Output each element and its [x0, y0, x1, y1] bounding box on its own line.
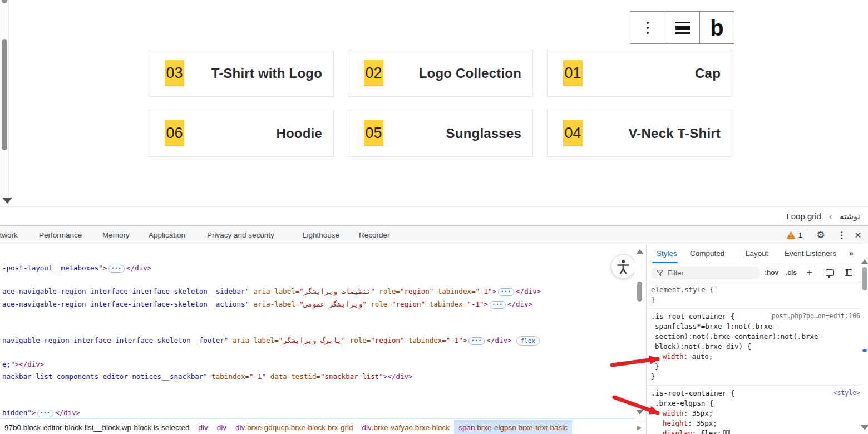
css-declaration[interactable]: width: auto; — [663, 352, 713, 361]
code-token: data-testid= — [270, 372, 320, 381]
breadcrumb-overflow-icon[interactable]: ▶ — [633, 420, 646, 434]
css-declaration[interactable]: height: 35px; — [663, 419, 717, 427]
breadcrumb-item-post[interactable]: نوشته — [840, 211, 860, 221]
flex-badge[interactable]: flex — [516, 336, 540, 346]
expand-children-icon[interactable]: ••• — [108, 265, 125, 273]
scroll-up-icon[interactable] — [636, 249, 644, 254]
css-value: flex — [701, 429, 717, 434]
breadcrumb-item[interactable]: div.brxe-gdqucp.brxe-block.brx-grid — [231, 420, 358, 434]
scroll-down-icon[interactable] — [636, 410, 644, 415]
product-card[interactable]: 06Hoodie — [149, 110, 334, 157]
kebab-menu-button[interactable] — [630, 12, 665, 43]
breadcrumb-item[interactable]: 97b0.block-editor-block-list__block.wp-b… — [0, 420, 194, 434]
devtools-tab-recorder[interactable]: Recorder — [359, 226, 390, 244]
scroll-up-icon[interactable] — [861, 259, 868, 264]
style-tag-link[interactable]: <style> — [834, 389, 860, 397]
rendering-emulation-icon[interactable] — [826, 269, 834, 276]
product-card[interactable]: 05Sunglasses — [348, 110, 533, 157]
pseudo-state-toggle[interactable]: :hov — [765, 263, 778, 282]
new-style-rule-button[interactable]: + — [807, 263, 812, 282]
style-code-line[interactable]: height: 35px; — [651, 418, 868, 428]
code-token: aria-label= — [254, 287, 300, 295]
expand-children-icon[interactable]: ••• — [37, 410, 53, 417]
more-tabs-icon[interactable]: » — [849, 244, 854, 263]
breadcrumb-item[interactable]: div — [213, 420, 231, 434]
page-scrollbar[interactable] — [0, 0, 9, 206]
crumb-token: span — [458, 423, 475, 432]
dom-tree-line[interactable]: hidden">•••</div> — [2, 408, 80, 417]
elements-scrollbar[interactable] — [634, 244, 646, 420]
scrollbar-thumb[interactable] — [637, 282, 642, 302]
code-token: > — [32, 408, 36, 417]
style-code-line[interactable]: } — [651, 372, 868, 382]
dom-tree-line[interactable]: -post-layout__metaboxes">•••</div> — [2, 264, 151, 273]
style-code-line[interactable]: span[class*=brxe-]:not(.brxe- — [651, 322, 868, 332]
issues-counter[interactable]: 1 — [786, 226, 802, 244]
dom-tree-line[interactable]: navigable-region interface-interface-ske… — [2, 336, 540, 346]
selected-row-hint — [0, 418, 635, 419]
devtools-tab-memory[interactable]: Memory — [102, 226, 130, 244]
product-card[interactable]: 03T-Shirt with Logo — [149, 50, 334, 97]
product-card[interactable]: 01Cap — [547, 50, 732, 97]
stylesheet-source-link[interactable]: post.php?po…on=edit:106 — [772, 312, 860, 320]
scrollbar-thumb[interactable] — [2, 39, 7, 150]
styles-filter-input[interactable]: Filter — [651, 267, 760, 279]
element-classes-toggle[interactable]: .cls — [786, 263, 797, 282]
devtools-tab-etwork[interactable]: etwork — [0, 226, 18, 244]
elements-dom-tree[interactable]: -post-layout__metaboxes">•••</div>ace-na… — [0, 244, 635, 420]
breadcrumb-item-loop-grid[interactable]: Loop grid — [786, 211, 821, 221]
settings-gear-icon[interactable]: ⚙ — [815, 226, 827, 244]
styles-tab-event-listeners[interactable]: Event Listeners — [785, 244, 836, 263]
breadcrumb-item[interactable]: div.brxe-vafyao.brxe-block — [358, 420, 455, 434]
code-token: "snackbar-list" — [320, 372, 383, 381]
styles-tab-computed[interactable]: Computed — [690, 244, 724, 263]
devtools-tab-application[interactable]: Application — [149, 226, 185, 244]
devtools-tab-performance[interactable]: Performance — [39, 226, 82, 244]
kebab-menu-icon[interactable]: ⋮ — [837, 226, 847, 244]
code-token: tabindex= — [430, 300, 467, 308]
style-code-line[interactable]: display: flex; — [651, 428, 868, 434]
devtools-tab-privacy-and-security[interactable]: Privacy and security — [207, 226, 274, 244]
style-code-line[interactable]: } — [651, 362, 868, 372]
close-devtools-icon[interactable]: ✕ — [852, 226, 864, 244]
flex-editor-icon[interactable] — [723, 430, 730, 434]
bricks-logo-button[interactable]: b — [699, 12, 734, 43]
style-rule[interactable]: <style>.is-root-container {.brxe-elgpsn … — [647, 386, 868, 434]
style-code-line[interactable]: .brxe-elgpsn { — [651, 398, 868, 408]
code-token: > — [492, 287, 497, 295]
style-code-line[interactable]: width: 35px; — [651, 408, 868, 418]
breadcrumb-item[interactable]: div — [194, 420, 212, 434]
warning-icon — [786, 231, 796, 239]
computed-sidebar-toggle-icon[interactable] — [845, 269, 852, 276]
code-token: tabindex= — [408, 336, 446, 344]
style-code-line[interactable]: section):not(.brxe-container):not(.brxe- — [651, 332, 868, 342]
styles-scrollbar[interactable] — [861, 244, 868, 434]
styles-tab-styles[interactable]: Styles — [657, 244, 677, 263]
dom-tree-line[interactable]: ace-navigable-region interface-interface… — [2, 287, 541, 296]
style-code-line[interactable]: } — [651, 295, 868, 305]
style-rule[interactable]: element.style {} — [647, 282, 868, 309]
expand-children-icon[interactable]: ••• — [498, 288, 514, 296]
dom-tree-line[interactable]: nackbar-list components-editor-notices__… — [2, 372, 413, 381]
scroll-down-arrow-icon[interactable] — [2, 198, 12, 204]
css-declaration[interactable]: display: flex; — [663, 429, 721, 434]
style-code-line[interactable]: element.style { — [651, 285, 868, 295]
devtools-tab-lighthouse[interactable]: Lighthouse — [303, 226, 339, 244]
code-token — [249, 300, 254, 308]
styles-tab-layout[interactable]: Layout — [746, 244, 768, 263]
style-code-line[interactable]: block):not(.brxe-div) { — [651, 342, 868, 352]
scrollbar-thumb[interactable] — [862, 267, 867, 290]
accessibility-widget-button[interactable] — [611, 254, 635, 279]
css-declaration[interactable]: width: 35px; — [663, 409, 713, 417]
product-card[interactable]: 04V-Neck T-Shirt — [547, 110, 732, 157]
breadcrumb-item-selected[interactable]: span.brxe-elgpsn.brxe-text-basic — [454, 420, 572, 434]
expand-children-icon[interactable]: ••• — [490, 301, 506, 309]
dom-tree-line[interactable]: e;"></div> — [2, 360, 44, 369]
dom-tree-line[interactable]: ace-navigable-region interface-interface… — [2, 300, 532, 309]
style-rule[interactable]: post.php?po…on=edit:106.is-root-containe… — [647, 309, 868, 386]
product-card[interactable]: 02Logo Collection — [348, 50, 533, 97]
style-code-line[interactable]: width: auto; — [651, 352, 868, 362]
structure-panel-button[interactable] — [665, 12, 699, 43]
expand-children-icon[interactable]: ••• — [468, 337, 485, 345]
scroll-down-icon[interactable] — [861, 425, 868, 430]
